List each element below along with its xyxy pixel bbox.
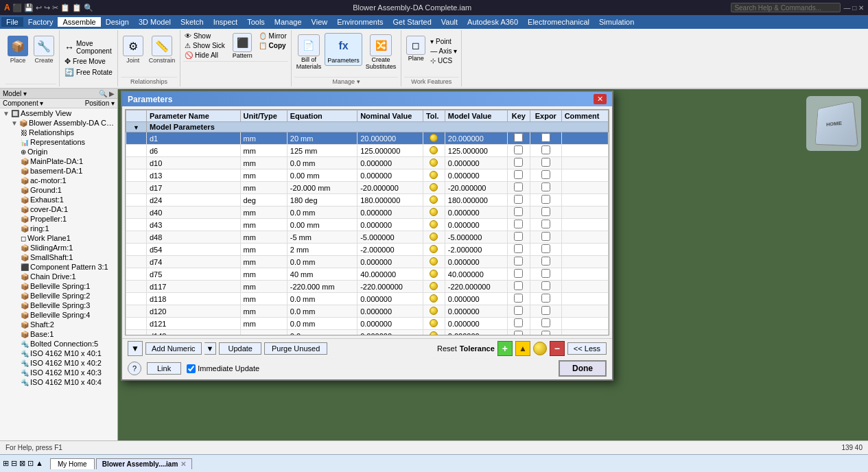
- tree-item-10[interactable]: 📦cover-DA:1: [0, 204, 117, 214]
- copy-button[interactable]: 📋 Copy: [257, 41, 288, 50]
- param-row-12[interactable]: d117 mm -220.000 mm -220.000000 -220.000…: [126, 281, 609, 293]
- tree-item-12[interactable]: 📦ring:1: [0, 224, 117, 233]
- menu-3dmodel[interactable]: 3D Model: [134, 17, 176, 27]
- tree-item-24[interactable]: 🔩Bolted Connection:5: [0, 339, 117, 349]
- tree-item-25[interactable]: 🔩ISO 4162 M10 x 40:1: [0, 349, 117, 358]
- col-key[interactable]: Key: [507, 110, 530, 122]
- menu-assemble[interactable]: Assemble: [58, 17, 100, 27]
- hide-all-button[interactable]: 🚫 Hide All: [183, 51, 226, 60]
- show-sick-button[interactable]: ⚠ Show Sick: [183, 41, 226, 50]
- col-param-name[interactable]: Parameter Name: [147, 110, 241, 122]
- tree-item-6[interactable]: 📦basement-DA:1: [0, 166, 117, 176]
- param-row-1[interactable]: d6 mm 125 mm 125.000000 125.000000: [126, 145, 609, 157]
- menu-design[interactable]: Design: [101, 17, 134, 27]
- tol-circle-button[interactable]: [533, 342, 547, 355]
- tree-item-22[interactable]: 📦Shaft:2: [0, 320, 117, 329]
- tree-item-21[interactable]: 📦Belleville Spring:4: [0, 310, 117, 320]
- param-row-10[interactable]: d74 mm 0.0 mm 0.000000 0.000000: [126, 256, 609, 268]
- tree-item-27[interactable]: 🔩ISO 4162 M10 x 40:3: [0, 368, 117, 377]
- dialog-close-button[interactable]: ✕: [594, 94, 607, 104]
- menu-sketch[interactable]: Sketch: [176, 17, 209, 27]
- param-row-3[interactable]: d13 mm 0.00 mm 0.000000 0.000000: [126, 169, 609, 182]
- menu-view[interactable]: View: [307, 17, 333, 27]
- param-row-0[interactable]: d1 mm 20 mm 20.000000 20.000000: [126, 132, 609, 145]
- parameters-button[interactable]: fx Parameters: [325, 33, 362, 66]
- tree-item-5[interactable]: 📦MainPlate-DA:1: [0, 156, 117, 166]
- col-equation[interactable]: Equation: [287, 110, 357, 122]
- add-numeric-button[interactable]: Add Numeric: [145, 342, 202, 355]
- ucs-button[interactable]: ⊹ UCS: [429, 56, 458, 65]
- menu-vault[interactable]: Vault: [436, 17, 462, 27]
- tree-item-0[interactable]: ▼🔲Assembly View: [0, 108, 117, 118]
- purge-unused-button[interactable]: Purge Unused: [264, 342, 327, 355]
- tol-minus-button[interactable]: −: [550, 341, 565, 356]
- col-model[interactable]: Model Value: [445, 110, 507, 122]
- component-label[interactable]: Component ▾: [3, 99, 43, 107]
- tree-item-2[interactable]: ⛓Relationships: [0, 128, 117, 137]
- tree-item-15[interactable]: 📦SmallShaft:1: [0, 252, 117, 262]
- link-button[interactable]: Link: [147, 362, 181, 375]
- bom-button[interactable]: 📄 Bill ofMaterials: [294, 33, 324, 71]
- param-row-14[interactable]: d120 mm 0.0 mm 0.000000 0.000000: [126, 305, 609, 318]
- param-row-15[interactable]: d121 mm 0.0 mm 0.000000 0.000000: [126, 318, 609, 330]
- tree-item-11[interactable]: 📦Propeller:1: [0, 214, 117, 224]
- tree-item-28[interactable]: 🔩ISO 4162 M10 x 40:4: [0, 377, 117, 387]
- create-substitutes-button[interactable]: 🔀 CreateSubstitutes: [364, 33, 399, 71]
- tree-item-23[interactable]: 📦Base:1: [0, 329, 117, 339]
- tree-item-14[interactable]: 📦SlidingArm:1: [0, 243, 117, 252]
- move-component-button[interactable]: ↔MoveComponent: [62, 39, 115, 56]
- menu-inspect[interactable]: Inspect: [209, 17, 242, 27]
- param-row-4[interactable]: d17 mm -20.000 mm -20.000000 -20.000000: [126, 182, 609, 194]
- mirror-button[interactable]: 🪞 Mirror: [257, 32, 288, 40]
- done-button[interactable]: Done: [559, 360, 607, 377]
- menu-factory[interactable]: Factory: [23, 17, 58, 27]
- create-button[interactable]: 🔧 Create: [32, 34, 56, 65]
- less-more-button[interactable]: << Less: [567, 342, 607, 355]
- menu-manage[interactable]: Manage: [270, 17, 307, 27]
- menu-electromech[interactable]: Electromechanical: [523, 17, 594, 27]
- param-row-6[interactable]: d40 mm 0.0 mm 0.000000 0.000000: [126, 206, 609, 219]
- menu-file[interactable]: File: [1, 17, 23, 27]
- col-comment[interactable]: Comment: [561, 110, 608, 122]
- col-export[interactable]: Expor: [530, 110, 561, 122]
- show-button[interactable]: 👁 Show: [183, 32, 226, 40]
- param-row-2[interactable]: d10 mm 0.0 mm 0.000000 0.000000: [126, 157, 609, 169]
- tree-item-1[interactable]: ▼📦Blower Assembly-DA Complete.ia: [0, 118, 117, 128]
- dialog-title-bar[interactable]: Parameters ✕: [122, 92, 612, 106]
- params-table-container[interactable]: Parameter Name Unit/Type Equation Nomina…: [125, 109, 609, 335]
- pattern-button[interactable]: ⬛ Pattern: [231, 32, 255, 60]
- param-row-5[interactable]: d24 deg 180 deg 180.000000 180.000000: [126, 194, 609, 206]
- immediate-update-checkbox-label[interactable]: Immediate Update: [187, 364, 259, 373]
- menu-getstarted[interactable]: Get Started: [388, 17, 436, 27]
- taskbar-tab-assembly[interactable]: Blower Assembly....iam ✕: [96, 458, 193, 469]
- tree-item-7[interactable]: 📦ac-motor:1: [0, 176, 117, 185]
- tree-item-9[interactable]: 📦Exhaust:1: [0, 195, 117, 204]
- tree-item-13[interactable]: ◻Work Plane1: [0, 233, 117, 243]
- help-icon-btn[interactable]: ?: [128, 362, 141, 375]
- position-label[interactable]: Position ▾: [85, 99, 115, 107]
- menu-environments[interactable]: Environments: [332, 17, 388, 27]
- tree-item-8[interactable]: 📦Ground:1: [0, 185, 117, 195]
- col-unit[interactable]: Unit/Type: [240, 110, 287, 122]
- filter-icon-btn[interactable]: ▼: [128, 341, 143, 356]
- menu-tools[interactable]: Tools: [242, 17, 270, 27]
- point-button[interactable]: ▾ Point: [429, 37, 458, 46]
- menu-a360[interactable]: Autodesk A360: [462, 17, 523, 27]
- immediate-update-checkbox[interactable]: [187, 364, 196, 373]
- update-button[interactable]: Update: [219, 342, 261, 355]
- tree-item-4[interactable]: ⊕Origin: [0, 147, 117, 156]
- param-row-9[interactable]: d54 mm 2 mm -2.000000 -2.000000: [126, 244, 609, 256]
- window-controls[interactable]: — □ ✕: [843, 4, 864, 12]
- tree-item-16[interactable]: ⬛Component Pattern 3:1: [0, 262, 117, 272]
- free-rotate-button[interactable]: 🔄Free Rotate: [62, 67, 115, 78]
- tol-triangle-button[interactable]: ▲: [515, 341, 530, 356]
- col-nominal[interactable]: Nominal Value: [357, 110, 423, 122]
- tree-item-3[interactable]: 📊Representations: [0, 137, 117, 147]
- place-button[interactable]: 📦 Place: [5, 34, 30, 65]
- tree-item-19[interactable]: 📦Belleville Spring:2: [0, 291, 117, 300]
- constrain-button[interactable]: 📏 Constrain: [147, 34, 178, 65]
- param-row-16[interactable]: d148 mm 0.0 mm 0.000000 0.000000: [126, 330, 609, 336]
- param-row-7[interactable]: d43 mm 0.00 mm 0.000000 0.000000: [126, 219, 609, 231]
- add-numeric-dropdown[interactable]: ▼: [204, 342, 217, 355]
- taskbar-tab-home[interactable]: My Home: [50, 458, 95, 469]
